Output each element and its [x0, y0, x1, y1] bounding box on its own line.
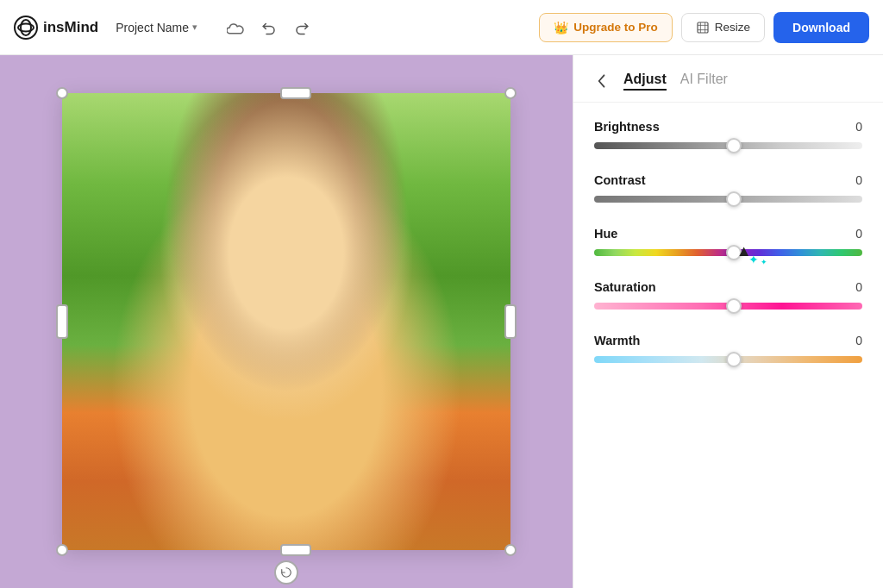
saturation-label-row: Saturation 0	[594, 280, 862, 294]
brightness-thumb[interactable]	[726, 138, 742, 153]
handle-top-right[interactable]	[504, 87, 517, 99]
hue-row: Hue 0 ▲ ✦ ✦	[594, 227, 862, 256]
handle-top-middle[interactable]	[280, 87, 311, 99]
redo-icon	[294, 20, 310, 35]
handle-middle-right[interactable]	[504, 304, 517, 339]
download-button[interactable]: Download	[773, 12, 869, 43]
handle-top-left[interactable]	[56, 87, 68, 99]
brightness-label-row: Brightness 0	[594, 120, 862, 134]
brightness-slider[interactable]	[594, 142, 862, 149]
panel-tabs: Adjust AI Filter	[623, 72, 728, 91]
project-name-button[interactable]: Project Name ▾	[109, 17, 204, 38]
hue-value: 0	[855, 227, 862, 241]
canvas-area[interactable]	[0, 55, 573, 588]
resize-icon	[696, 21, 710, 34]
hue-thumb[interactable]	[726, 245, 742, 260]
cloud-icon-button[interactable]	[222, 16, 249, 40]
logo-text: insMind	[43, 19, 98, 36]
saturation-row: Saturation 0	[594, 280, 862, 310]
cloud-icon	[227, 21, 244, 34]
contrast-slider[interactable]	[594, 196, 862, 203]
handle-middle-left[interactable]	[56, 304, 68, 339]
tab-ai-filter[interactable]: AI Filter	[680, 72, 728, 91]
warmth-label-row: Warmth 0	[594, 334, 862, 347]
back-button[interactable]	[591, 71, 613, 91]
resize-button[interactable]: Resize	[681, 13, 765, 42]
upgrade-label: Upgrade to Pro	[573, 21, 658, 34]
panel-header: Adjust AI Filter	[573, 55, 883, 103]
canvas-image-inner	[62, 93, 510, 550]
handle-bottom-middle[interactable]	[280, 544, 311, 556]
saturation-thumb[interactable]	[726, 298, 742, 314]
rotate-handle[interactable]	[274, 560, 298, 585]
main-content: Adjust AI Filter Brightness 0	[0, 55, 883, 588]
contrast-value: 0	[855, 173, 862, 187]
handle-bottom-left[interactable]	[56, 544, 68, 556]
canvas-wrapper[interactable]	[62, 93, 510, 550]
hue-label-row: Hue 0	[594, 227, 862, 241]
upgrade-button[interactable]: 👑 Upgrade to Pro	[539, 13, 673, 42]
undo-icon	[261, 20, 277, 35]
warmth-row: Warmth 0	[594, 334, 862, 363]
brightness-row: Brightness 0	[594, 120, 862, 149]
tab-adjust[interactable]: Adjust	[623, 72, 667, 91]
saturation-slider[interactable]	[594, 303, 862, 310]
download-label: Download	[792, 21, 850, 34]
rotate-icon	[280, 566, 292, 579]
warmth-label: Warmth	[594, 334, 640, 347]
right-panel: Adjust AI Filter Brightness 0	[573, 55, 883, 588]
header-actions	[222, 15, 315, 41]
handle-bottom-right[interactable]	[504, 544, 517, 556]
crown-icon: 👑	[554, 21, 568, 34]
saturation-value: 0	[855, 280, 862, 294]
resize-label: Resize	[715, 21, 750, 34]
redo-button[interactable]	[289, 15, 315, 41]
logo: insMind	[14, 16, 98, 40]
header: insMind Project Name ▾ 👑 Upgrade to	[0, 0, 883, 55]
header-right: 👑 Upgrade to Pro Resize Download	[539, 12, 869, 43]
undo-button[interactable]	[256, 15, 282, 41]
hue-label: Hue	[594, 227, 617, 241]
saturation-label: Saturation	[594, 280, 656, 294]
contrast-row: Contrast 0	[594, 173, 862, 203]
contrast-thumb[interactable]	[726, 191, 742, 207]
hue-slider[interactable]	[594, 249, 862, 256]
adjust-content: Brightness 0 Contrast 0	[573, 103, 883, 588]
star-icon-2: ✦	[761, 258, 767, 266]
canvas-image	[62, 93, 510, 550]
back-icon	[596, 72, 608, 90]
logo-icon	[14, 16, 38, 40]
brightness-label: Brightness	[594, 120, 660, 134]
project-name-label: Project Name	[116, 21, 189, 34]
hue-cursor-area: ▲ ✦ ✦	[594, 249, 862, 256]
warmth-value: 0	[855, 334, 862, 347]
svg-rect-3	[698, 22, 708, 33]
contrast-label: Contrast	[594, 173, 646, 187]
brightness-value: 0	[855, 120, 862, 134]
warmth-slider[interactable]	[594, 356, 862, 363]
chevron-down-icon: ▾	[192, 22, 197, 33]
contrast-label-row: Contrast 0	[594, 173, 862, 187]
svg-point-1	[21, 20, 31, 35]
warmth-thumb[interactable]	[726, 352, 742, 367]
